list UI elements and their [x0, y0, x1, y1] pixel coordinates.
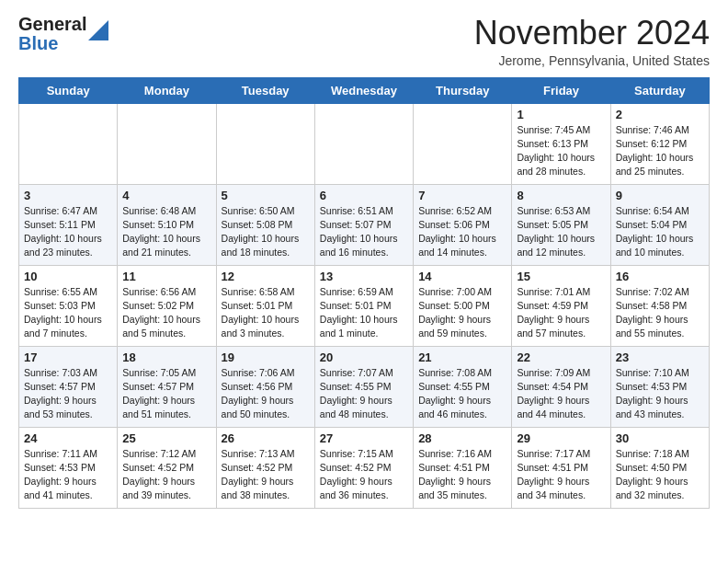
- day-info: Sunrise: 7:45 AMSunset: 6:13 PMDaylight:…: [517, 123, 605, 179]
- day-cell-13: 13Sunrise: 6:59 AMSunset: 5:01 PMDayligh…: [314, 265, 413, 346]
- day-info: Sunrise: 7:11 AMSunset: 4:53 PMDaylight:…: [24, 447, 112, 503]
- day-info: Sunrise: 7:08 AMSunset: 4:55 PMDaylight:…: [418, 366, 506, 422]
- day-number: 22: [517, 350, 605, 364]
- day-info-line: Daylight: 10 hours: [122, 232, 210, 246]
- day-info-line: Daylight: 10 hours: [222, 313, 310, 327]
- day-number: 3: [24, 189, 112, 202]
- day-info-line: Daylight: 10 hours: [517, 232, 605, 246]
- day-cell-12: 12Sunrise: 6:58 AMSunset: 5:01 PMDayligh…: [216, 265, 314, 346]
- day-info-line: and 43 minutes.: [616, 408, 704, 421]
- day-info-line: and 28 minutes.: [517, 165, 605, 178]
- day-info: Sunrise: 7:02 AMSunset: 4:58 PMDaylight:…: [616, 285, 704, 341]
- day-info-line: Sunrise: 7:02 AM: [616, 285, 704, 299]
- day-info-line: Daylight: 9 hours: [24, 394, 112, 408]
- day-info-line: Sunrise: 7:17 AM: [517, 447, 605, 461]
- day-info: Sunrise: 7:10 AMSunset: 4:53 PMDaylight:…: [616, 366, 704, 422]
- day-info-line: Sunrise: 7:13 AM: [222, 447, 310, 461]
- day-info-line: Daylight: 9 hours: [418, 394, 506, 408]
- day-info-line: and 18 minutes.: [222, 246, 310, 259]
- day-info-line: Sunrise: 7:10 AM: [616, 366, 704, 380]
- day-info-line: and 23 minutes.: [24, 246, 112, 259]
- week-row-5: 24Sunrise: 7:11 AMSunset: 4:53 PMDayligh…: [19, 427, 710, 508]
- day-cell-27: 27Sunrise: 7:15 AMSunset: 4:52 PMDayligh…: [314, 427, 413, 508]
- day-info-line: and 41 minutes.: [24, 488, 112, 502]
- day-cell-19: 19Sunrise: 7:06 AMSunset: 4:56 PMDayligh…: [216, 346, 314, 427]
- day-info-line: Sunrise: 7:06 AM: [222, 366, 310, 380]
- day-info-line: Daylight: 10 hours: [24, 313, 112, 327]
- day-info-line: Daylight: 9 hours: [320, 394, 408, 408]
- day-info-line: and 39 minutes.: [122, 488, 210, 502]
- day-number: 26: [222, 431, 310, 445]
- day-info-line: Sunrise: 7:09 AM: [517, 366, 605, 380]
- day-info-line: Sunset: 6:13 PM: [517, 137, 605, 151]
- day-info-line: and 25 minutes.: [616, 165, 704, 178]
- day-info: Sunrise: 7:17 AMSunset: 4:51 PMDaylight:…: [517, 447, 605, 503]
- week-row-4: 17Sunrise: 7:03 AMSunset: 4:57 PMDayligh…: [19, 346, 710, 427]
- day-cell-22: 22Sunrise: 7:09 AMSunset: 4:54 PMDayligh…: [512, 346, 610, 427]
- day-info-line: Daylight: 9 hours: [517, 394, 605, 408]
- day-info: Sunrise: 7:05 AMSunset: 4:57 PMDaylight:…: [122, 366, 210, 422]
- day-info-line: and 12 minutes.: [517, 246, 605, 259]
- day-cell-3: 3Sunrise: 6:47 AMSunset: 5:11 PMDaylight…: [19, 184, 118, 265]
- calendar: SundayMondayTuesdayWednesdayThursdayFrid…: [18, 77, 710, 509]
- day-cell-empty: [19, 103, 118, 184]
- day-info-line: and 21 minutes.: [122, 246, 210, 259]
- day-number: 4: [122, 189, 210, 202]
- day-number: 10: [24, 270, 112, 283]
- day-info-line: Daylight: 10 hours: [616, 151, 704, 165]
- logo-text: General Blue: [18, 15, 86, 53]
- day-cell-25: 25Sunrise: 7:12 AMSunset: 4:52 PMDayligh…: [118, 427, 216, 508]
- day-number: 14: [418, 270, 506, 283]
- day-info-line: Daylight: 10 hours: [418, 232, 506, 246]
- day-number: 7: [418, 189, 506, 202]
- day-info-line: Daylight: 9 hours: [320, 475, 408, 488]
- day-cell-9: 9Sunrise: 6:54 AMSunset: 5:04 PMDaylight…: [610, 184, 709, 265]
- day-info-line: Daylight: 9 hours: [616, 394, 704, 408]
- day-info-line: Daylight: 10 hours: [24, 232, 112, 246]
- day-cell-15: 15Sunrise: 7:01 AMSunset: 4:59 PMDayligh…: [512, 265, 610, 346]
- day-cell-2: 2Sunrise: 7:46 AMSunset: 6:12 PMDaylight…: [610, 103, 709, 184]
- day-info-line: Sunset: 4:58 PM: [616, 299, 704, 313]
- day-info-line: Daylight: 9 hours: [616, 313, 704, 327]
- week-row-1: 1Sunrise: 7:45 AMSunset: 6:13 PMDaylight…: [19, 103, 710, 184]
- day-number: 15: [517, 270, 605, 283]
- day-cell-21: 21Sunrise: 7:08 AMSunset: 4:55 PMDayligh…: [414, 346, 512, 427]
- day-info-line: Sunrise: 7:46 AM: [616, 123, 704, 137]
- day-number: 18: [122, 350, 210, 364]
- weekday-header-wednesday: Wednesday: [314, 77, 413, 103]
- day-info-line: and 10 minutes.: [616, 246, 704, 259]
- day-info: Sunrise: 6:53 AMSunset: 5:05 PMDaylight:…: [517, 204, 605, 260]
- logo-general: General: [18, 15, 86, 34]
- day-info-line: and 44 minutes.: [517, 408, 605, 421]
- svg-marker-0: [88, 20, 108, 40]
- day-info-line: and 57 minutes.: [517, 327, 605, 340]
- day-info: Sunrise: 6:58 AMSunset: 5:01 PMDaylight:…: [222, 285, 310, 341]
- day-info-line: and 38 minutes.: [222, 488, 310, 502]
- day-cell-16: 16Sunrise: 7:02 AMSunset: 4:58 PMDayligh…: [610, 265, 709, 346]
- day-info: Sunrise: 6:50 AMSunset: 5:08 PMDaylight:…: [222, 204, 310, 260]
- day-info-line: Sunrise: 7:05 AM: [122, 366, 210, 380]
- week-row-3: 10Sunrise: 6:55 AMSunset: 5:03 PMDayligh…: [19, 265, 710, 346]
- day-cell-11: 11Sunrise: 6:56 AMSunset: 5:02 PMDayligh…: [118, 265, 216, 346]
- day-info: Sunrise: 7:09 AMSunset: 4:54 PMDaylight:…: [517, 366, 605, 422]
- day-info-line: and 50 minutes.: [222, 408, 310, 421]
- day-info: Sunrise: 7:03 AMSunset: 4:57 PMDaylight:…: [24, 366, 112, 422]
- day-info-line: Sunrise: 6:51 AM: [320, 204, 408, 218]
- weekday-header-thursday: Thursday: [414, 77, 512, 103]
- day-info: Sunrise: 7:12 AMSunset: 4:52 PMDaylight:…: [122, 447, 210, 503]
- day-info-line: Sunrise: 7:03 AM: [24, 366, 112, 380]
- day-info-line: and 1 minute.: [320, 327, 408, 340]
- day-cell-4: 4Sunrise: 6:48 AMSunset: 5:10 PMDaylight…: [118, 184, 216, 265]
- title-block: November 2024 Jerome, Pennsylvania, Unit…: [474, 15, 710, 68]
- day-info-line: Sunrise: 6:54 AM: [616, 204, 704, 218]
- day-info-line: Sunset: 4:52 PM: [222, 461, 310, 475]
- day-info: Sunrise: 7:16 AMSunset: 4:51 PMDaylight:…: [418, 447, 506, 503]
- day-info-line: and 3 minutes.: [222, 327, 310, 340]
- day-cell-7: 7Sunrise: 6:52 AMSunset: 5:06 PMDaylight…: [414, 184, 512, 265]
- day-info-line: Sunset: 4:57 PM: [24, 380, 112, 394]
- day-info-line: Daylight: 9 hours: [122, 394, 210, 408]
- day-number: 11: [122, 270, 210, 283]
- week-row-2: 3Sunrise: 6:47 AMSunset: 5:11 PMDaylight…: [19, 184, 710, 265]
- day-info-line: Sunset: 5:04 PM: [616, 218, 704, 232]
- day-cell-empty: [216, 103, 314, 184]
